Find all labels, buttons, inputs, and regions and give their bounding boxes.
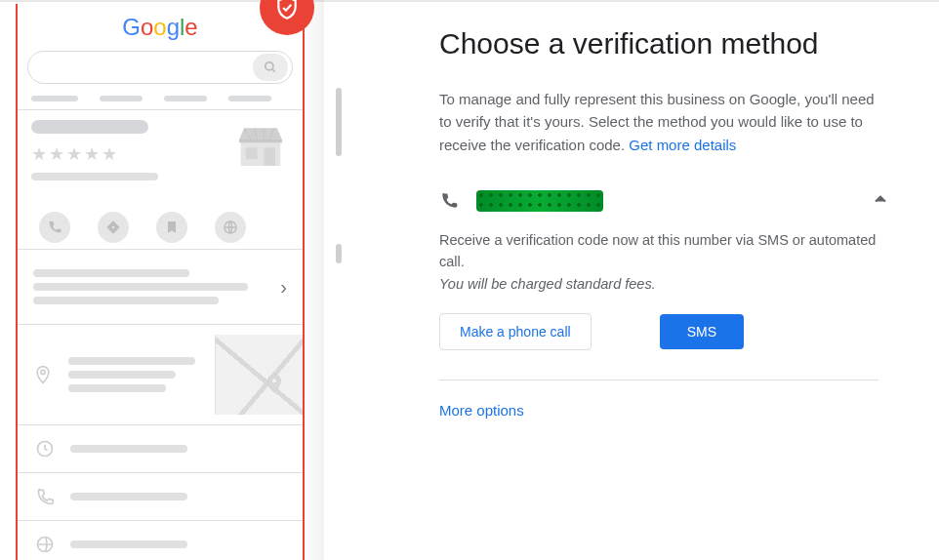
storefront-icon (234, 118, 287, 171)
directions-icon (105, 220, 121, 235)
hours-placeholder (27, 425, 293, 472)
globe-icon (223, 220, 238, 235)
fees-note: You will be charged standard fees. (439, 276, 890, 292)
redacted-phone-number (476, 190, 603, 212)
chevron-up-icon (871, 189, 890, 213)
sms-button[interactable]: SMS (660, 314, 744, 349)
clock-icon (35, 439, 55, 459)
action-buttons-placeholder (27, 196, 293, 249)
main-content: Choose a verification method To manage a… (342, 0, 939, 560)
phone-icon (439, 191, 459, 211)
divider (439, 380, 878, 380)
search-icon (264, 60, 277, 74)
page-title: Choose a verification method (439, 27, 890, 60)
svg-line-1 (272, 69, 275, 72)
scroll-indicator (336, 244, 342, 263)
pin-icon (33, 363, 53, 386)
phone-icon (47, 220, 62, 235)
phone-icon (35, 487, 55, 506)
chevron-right-icon: › (280, 276, 287, 299)
get-more-details-link[interactable]: Get more details (629, 137, 736, 153)
website-placeholder (27, 521, 293, 560)
search-bar-placeholder (27, 51, 293, 84)
tab-row-placeholder (27, 96, 293, 109)
intro-text: To manage and fully represent this busin… (439, 88, 888, 156)
description-placeholder: › (27, 250, 293, 324)
shield-check-icon (274, 0, 300, 20)
knowledge-panel-placeholder: ★★★★★ (27, 110, 293, 196)
phone-mockup: Google ★★★★★ (16, 4, 305, 560)
more-options-link[interactable]: More options (439, 402, 890, 419)
svg-rect-3 (246, 147, 258, 159)
method-phone-header[interactable] (439, 185, 890, 230)
phone-placeholder (27, 473, 293, 520)
address-placeholder (27, 325, 293, 424)
google-logo: Google (27, 14, 293, 41)
make-phone-call-button[interactable]: Make a phone call (439, 313, 592, 350)
svg-point-9 (112, 226, 115, 229)
svg-point-0 (265, 62, 273, 70)
search-button-placeholder (253, 54, 288, 81)
scroll-indicator (336, 88, 342, 156)
svg-point-11 (41, 370, 45, 374)
map-thumbnail (215, 335, 303, 415)
method-description: Receive a verification code now at this … (439, 230, 888, 273)
globe-icon (35, 535, 55, 554)
svg-rect-4 (264, 147, 275, 166)
svg-point-12 (271, 379, 277, 384)
map-pin-icon (264, 370, 285, 397)
preview-panel: Google ★★★★★ (0, 0, 342, 560)
bookmark-icon (164, 220, 180, 235)
